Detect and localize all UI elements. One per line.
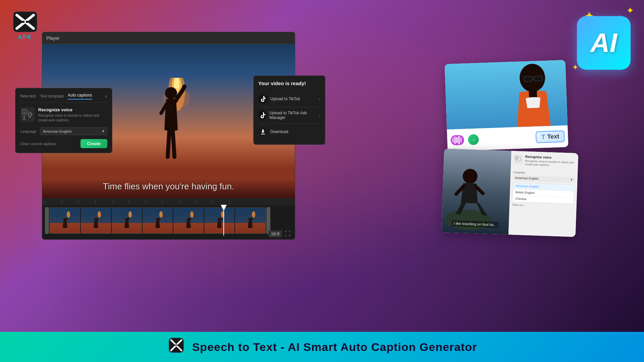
convert-arrow-icon[interactable]: →: [468, 134, 479, 145]
card-top-video: [445, 60, 568, 129]
right-card-top: → T Text: [445, 60, 569, 151]
track-handle-right[interactable]: [266, 207, 270, 234]
player-title: Player: [46, 36, 60, 41]
ruler-mark: [112, 201, 129, 203]
upload-tiktok-ads-label: Upload to TikTok Ads Manager: [269, 111, 319, 120]
ruler-mark: [129, 201, 146, 203]
svg-rect-45: [261, 134, 265, 134]
svg-rect-56: [460, 137, 462, 142]
recognize-voice-text: Recognize voice Recognize voice in sound…: [38, 107, 107, 123]
tabs-arrow-icon: «: [105, 94, 107, 99]
mini-recognize-icon: A: [514, 154, 523, 164]
ruler-mark: [179, 201, 196, 203]
tiktok-chevron-icon: ›: [319, 96, 320, 102]
banner-apk-text: APK: [172, 353, 181, 356]
track-handle-left[interactable]: [45, 207, 49, 234]
svg-point-13: [67, 211, 70, 218]
svg-rect-54: [456, 137, 458, 143]
download-label: Download: [270, 129, 288, 134]
video-caption: Time flies when you're having fun.: [103, 181, 234, 192]
ai-badge: ✦ ✦ ✦ ✦ AI: [567, 3, 641, 82]
film-strip: [50, 207, 266, 234]
svg-point-17: [98, 211, 101, 218]
recognize-voice-section: A Recognize voice Recognize voice in sou…: [20, 107, 107, 123]
mini-recognize-desc: Recognize voice in sounds or videos and …: [525, 160, 576, 168]
video-ready-title: Your video is ready!: [258, 80, 320, 86]
audio-wave-icon: [450, 135, 464, 145]
film-frame: [81, 208, 111, 234]
tiktok-ads-icon: [258, 111, 267, 120]
ruler-mark: [213, 201, 229, 203]
language-row: Language American English ▾: [20, 127, 107, 135]
apk-logo-icon: [12, 10, 39, 34]
player-titlebar: Player: [42, 32, 295, 44]
playhead[interactable]: [223, 205, 224, 236]
timeline-area: 16:9 ⛶: [42, 198, 295, 240]
mini-recognize-section: A Recognize voice Recognize voice in sou…: [514, 154, 576, 171]
upload-tiktok-option[interactable]: Upload to TikTok ›: [258, 91, 320, 107]
download-left: Download: [258, 127, 288, 136]
download-icon: [258, 127, 268, 136]
film-frame: [143, 208, 173, 234]
language-select[interactable]: American English ▾: [40, 127, 107, 135]
svg-text:A: A: [516, 157, 517, 159]
mini-language-value: American English: [515, 176, 538, 180]
svg-rect-48: [524, 76, 533, 81]
ruler-mark: [95, 201, 112, 203]
svg-point-25: [159, 211, 163, 218]
fullscreen-icon[interactable]: ⛶: [285, 230, 291, 237]
card-bottom-panel: A Recognize voice Recognize voice in sou…: [508, 151, 579, 237]
svg-point-29: [190, 211, 194, 218]
film-frame: [204, 208, 234, 234]
svg-point-9: [165, 87, 177, 99]
mini-dropdown-arrow: ▾: [571, 178, 573, 181]
ruler-mark: [162, 201, 179, 203]
ruler-mark: [45, 201, 62, 203]
ruler-mark: [229, 201, 246, 203]
auto-captions-panel: New text Text template Auto captions « A…: [15, 88, 112, 153]
card-bottom-video: I like traveling on foot be...: [441, 148, 512, 235]
svg-rect-55: [458, 135, 460, 144]
upload-tiktok-ads-option[interactable]: Upload to TikTok Ads Manager ›: [258, 107, 320, 124]
recognize-desc: Recognize voice in sounds or videos and …: [38, 113, 107, 123]
video-ready-panel: Your video is ready! Upload to TikTok › …: [253, 75, 325, 145]
star-icon-2: ✦: [626, 5, 634, 16]
film-frame: [112, 208, 142, 234]
ruler-mark: [78, 201, 95, 203]
card-top-bottom-bar: → T Text: [447, 125, 568, 152]
clear-captions-label[interactable]: Clear current captions: [20, 142, 56, 146]
text-label-badge: T Text: [536, 130, 565, 143]
upload-tiktok-left: Upload to TikTok: [258, 94, 300, 104]
ruler-mark: [146, 201, 162, 203]
panel-bottom-row: Clear current captions Create: [20, 139, 107, 148]
tab-new-text[interactable]: New text: [20, 94, 36, 99]
tab-text-template[interactable]: Text template: [40, 94, 64, 99]
timeline-controls: 16:9 ⛶: [268, 230, 291, 237]
tiktok-icon: [258, 94, 268, 104]
mini-recognize-text: Recognize voice Recognize voice in sound…: [525, 155, 575, 171]
person-silhouette: [151, 83, 191, 178]
svg-rect-53: [454, 136, 456, 144]
tab-auto-captions[interactable]: Auto captions: [68, 93, 92, 100]
ruler-mark: [62, 201, 78, 203]
ai-icon: AI: [577, 16, 631, 70]
apk-logo: APK: [7, 7, 44, 44]
language-value: American English: [43, 129, 72, 133]
film-frame: [235, 208, 265, 234]
panel-tabs: New text Text template Auto captions «: [20, 93, 107, 103]
text-badge-label: Text: [547, 133, 559, 140]
timeline-ruler: [42, 199, 295, 205]
language-label: Language: [20, 129, 37, 133]
recognize-icon: A: [20, 107, 35, 122]
mini-language-select[interactable]: American English ▾: [513, 175, 575, 182]
right-card-bottom: I like traveling on foot be... A Recogni…: [441, 148, 578, 237]
ruler-mark: [196, 201, 213, 203]
mini-clear-label[interactable]: Clear cur...: [512, 203, 574, 208]
download-option[interactable]: Download: [258, 124, 320, 140]
ratio-badge[interactable]: 16:9: [268, 230, 282, 237]
create-button[interactable]: Create: [80, 139, 107, 148]
svg-point-21: [128, 211, 132, 218]
film-frame: [173, 208, 204, 234]
text-t-icon: T: [541, 133, 545, 141]
svg-point-37: [252, 211, 255, 218]
